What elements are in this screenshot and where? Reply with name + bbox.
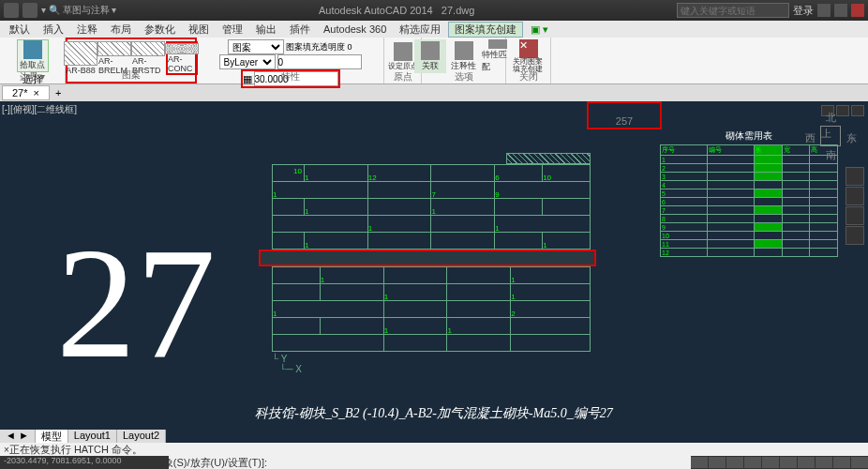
angle-input[interactable]	[277, 54, 362, 69]
file-tab[interactable]: 27* ×	[2, 85, 50, 100]
nav-pan-icon[interactable]	[846, 187, 864, 205]
navigation-bar	[846, 167, 864, 246]
new-tab-icon[interactable]: +	[50, 87, 67, 98]
maximize-icon[interactable]	[834, 4, 847, 17]
compass-north: 北	[826, 111, 836, 125]
viewport-title[interactable]: [-][俯视][二维线框]	[2, 103, 77, 116]
tab-featured[interactable]: 精选应用	[394, 23, 446, 37]
compass-east: 东	[846, 131, 857, 145]
panel-props: 特性	[197, 70, 383, 83]
hatch-preview-icon	[97, 41, 131, 56]
pick-point-button[interactable]: 拾取点	[17, 39, 49, 72]
app-title: Autodesk AutoCAD 2014	[319, 5, 433, 16]
qat-icon[interactable]	[22, 3, 37, 18]
big-watermark-number: 27	[56, 223, 216, 383]
cube-face[interactable]: 上	[820, 126, 841, 146]
origin-icon	[394, 42, 412, 61]
panel-boundary: 边界 ▾	[0, 70, 65, 83]
status-grid-icon[interactable]	[709, 457, 726, 468]
tab-close-icon[interactable]: ×	[34, 87, 39, 98]
table-row: 9	[661, 223, 838, 232]
table-row: 5	[661, 189, 838, 198]
status-osnap-icon[interactable]	[762, 457, 779, 468]
tab-a360[interactable]: Autodesk 360	[318, 23, 392, 35]
tab-parametric[interactable]: 参数化	[139, 23, 181, 37]
status-bar	[691, 456, 868, 469]
panel-close: 关闭	[506, 70, 550, 83]
table-row: 11	[661, 240, 838, 249]
nav-wheel-icon[interactable]	[846, 167, 864, 186]
command-history: × 正在恢复执行 HATCH 命令。	[0, 443, 868, 456]
tab-hatch-creation[interactable]: 图案填充创建	[448, 22, 523, 38]
view-cube[interactable]: 北 西 东 南 上	[805, 111, 857, 162]
compass-west: 西	[805, 131, 816, 145]
table-row: 7	[661, 206, 838, 215]
assoc-icon	[421, 41, 440, 60]
hatch-layer-select[interactable]: ByLayer	[219, 54, 276, 69]
user-label[interactable]: 登录	[793, 4, 814, 18]
drawing-canvas[interactable]: [-][俯视][二维线框] 27 257 10112610 179 11 11 …	[0, 101, 868, 430]
trans-value: 0	[347, 42, 352, 52]
layout-tabs: ◄ ► 模型 Layout1 Layout2	[0, 430, 166, 443]
tab-more-icon[interactable]: ▣ ▾	[525, 23, 554, 36]
tab-layout1[interactable]: Layout1	[68, 430, 117, 443]
table-row: 3	[661, 173, 838, 181]
close-hatch-button[interactable]: ✕关闭图案填充创建	[513, 39, 545, 73]
compass-south: 南	[826, 148, 836, 162]
assoc-button[interactable]: 关联	[414, 39, 446, 73]
annotative-icon	[455, 41, 473, 60]
file-name: 27.dwg	[441, 5, 474, 16]
hatch-preview-icon	[131, 41, 165, 56]
tab-insert[interactable]: 插入	[37, 23, 69, 37]
table-row: 4	[661, 181, 838, 189]
status-polar-icon[interactable]	[744, 457, 761, 468]
status-ortho-icon[interactable]	[726, 457, 743, 468]
help-search-input[interactable]	[677, 3, 789, 18]
close-icon[interactable]	[851, 4, 864, 17]
nav-orbit-icon[interactable]	[846, 226, 864, 245]
drawing-caption: 科技馆-砌块_S_B2 (-10.4)_A-B2-加气混凝土砌块-Ma5.0_编…	[0, 405, 868, 422]
tab-manage[interactable]: 管理	[217, 23, 248, 37]
ribbon-tabs: 默认 插入 注释 布局 参数化 视图 管理 输出 插件 Autodesk 360…	[0, 21, 868, 38]
tab-model[interactable]: 模型	[36, 430, 68, 443]
autocad-logo-icon	[4, 3, 19, 18]
block-wall-drawing: 10112610 179 11 11 11 11 11 12 11 └ Y └─…	[272, 153, 591, 374]
annot-button[interactable]: 注释性	[448, 39, 480, 73]
close-x-icon: ✕	[519, 39, 538, 58]
table-row: 12	[661, 249, 838, 257]
status-model-icon[interactable]	[816, 457, 832, 468]
qat-label: ▾ 🔍 草图与注释 ▾	[41, 4, 116, 17]
tab-layout[interactable]: 布局	[105, 23, 137, 37]
hatch-preview-icon	[64, 41, 97, 66]
status-lwt-icon[interactable]	[798, 457, 815, 468]
table-row: 2	[661, 164, 838, 173]
tab-nav-icon[interactable]: ◄ ►	[0, 430, 36, 443]
panel-options: 选项	[422, 70, 505, 83]
table-row: 10	[661, 232, 838, 240]
hatch-preview-icon	[165, 43, 199, 54]
hatch-type-select[interactable]: 图案	[228, 39, 284, 54]
tab-annotate[interactable]: 注释	[71, 23, 103, 37]
tab-layout2[interactable]: Layout2	[117, 430, 166, 443]
tab-output[interactable]: 输出	[250, 23, 282, 37]
tab-default[interactable]: 默认	[4, 23, 36, 37]
pick-point-icon	[23, 40, 42, 59]
panel-pattern: 图案	[67, 68, 195, 82]
status-snap-icon[interactable]	[691, 457, 708, 468]
tab-view[interactable]: 视图	[183, 23, 215, 37]
nav-zoom-icon[interactable]	[846, 206, 864, 225]
status-ann-icon[interactable]	[833, 457, 850, 468]
annotation-257: 257	[587, 101, 662, 129]
status-scale-icon[interactable]	[851, 457, 868, 468]
tab-plugins[interactable]: 插件	[284, 23, 316, 37]
table-row: 8	[661, 215, 838, 223]
table-row: 6	[661, 198, 838, 206]
annotation-hatch-row	[259, 250, 596, 266]
trans-label: 图案填充透明度	[286, 41, 345, 53]
match-icon	[488, 39, 507, 49]
coords: -2030.4479, 7081.6951, 0.0000	[0, 456, 169, 469]
minimize-icon[interactable]	[817, 4, 831, 17]
status-otrack-icon[interactable]	[780, 457, 797, 468]
